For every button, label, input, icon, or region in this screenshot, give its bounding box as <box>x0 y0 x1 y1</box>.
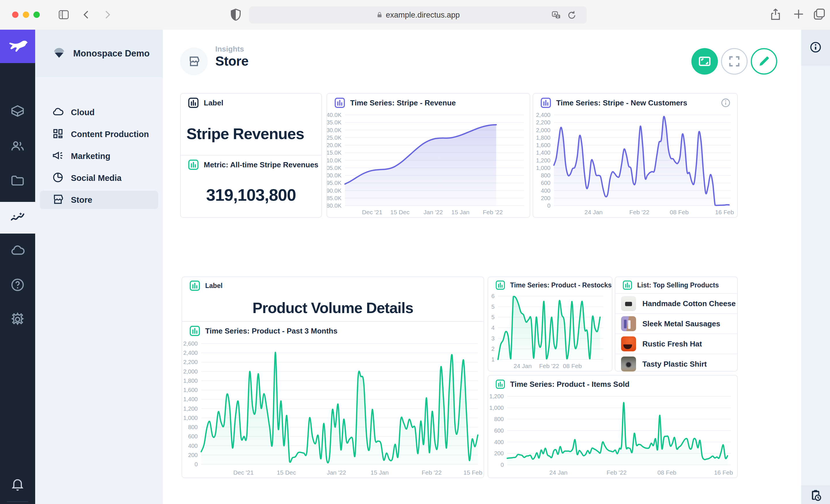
gear-icon <box>10 312 25 328</box>
new-tab-icon[interactable] <box>792 7 805 22</box>
module-insights-active[interactable] <box>0 202 35 234</box>
module-content[interactable] <box>0 98 35 127</box>
cloud-icon <box>10 242 25 259</box>
info-sidebar-button[interactable] <box>801 30 830 65</box>
module-users[interactable] <box>0 132 35 161</box>
svg-text:0: 0 <box>547 202 550 209</box>
label-text: Stripe Revenues <box>187 125 304 142</box>
address-bar[interactable]: example.directus.app A文 <box>249 6 587 24</box>
svg-text:文: 文 <box>556 15 560 19</box>
sidebar-item-social-media[interactable]: Social Media <box>40 169 158 187</box>
svg-text:600: 600 <box>494 427 504 434</box>
module-settings[interactable] <box>0 306 35 334</box>
share-icon[interactable] <box>769 7 782 23</box>
fullscreen-button[interactable] <box>721 48 747 75</box>
svg-text:1,800: 1,800 <box>183 377 198 384</box>
svg-text:600: 600 <box>188 433 198 439</box>
directus-logo[interactable] <box>0 30 35 63</box>
sidebar-item-marketing[interactable]: Marketing <box>40 147 158 165</box>
svg-text:Feb '22: Feb '22 <box>483 209 503 215</box>
svg-text:2,600: 2,600 <box>183 340 198 347</box>
svg-text:400: 400 <box>188 443 198 449</box>
svg-text:08 Feb: 08 Feb <box>670 209 689 215</box>
module-help[interactable] <box>0 271 35 300</box>
sidebar-item-cloud[interactable]: Cloud <box>40 103 158 122</box>
activity-log-button[interactable] <box>801 485 830 504</box>
svg-text:90.0K: 90.0K <box>327 188 342 194</box>
project-logo-icon <box>53 47 66 60</box>
insights-trend-icon <box>9 209 26 226</box>
product-past-3-months-chart: 2,6002,4002,2002,0001,8001,6001,4001,200… <box>182 340 484 477</box>
svg-text:1,000: 1,000 <box>489 405 504 411</box>
chart-panel-header: Time Series: Stripe - New Customers <box>533 94 737 112</box>
cloud-icon <box>52 106 64 119</box>
sidebar-item-content-production[interactable]: Content Production <box>40 125 158 143</box>
panel-info-icon[interactable] <box>721 98 731 110</box>
tab-overview-icon[interactable] <box>813 7 826 22</box>
module-files[interactable] <box>0 167 35 196</box>
panel-product-column: Label Product Volume Details Time Series… <box>182 276 484 478</box>
svg-text:100.0K: 100.0K <box>327 172 342 178</box>
sidebar-toggle-icon[interactable] <box>58 9 70 22</box>
svg-text:130.0K: 130.0K <box>327 127 342 133</box>
reload-icon[interactable] <box>567 10 577 23</box>
product-items-sold-chart: 1,2001,000800600400200024 JanFeb '2208 F… <box>488 393 737 477</box>
sidebar-item-store[interactable]: Store <box>40 191 158 209</box>
svg-text:1,000: 1,000 <box>183 415 198 421</box>
window-zoom-button[interactable] <box>33 11 40 18</box>
svg-text:15 Dec: 15 Dec <box>277 469 296 476</box>
module-bar <box>0 30 35 504</box>
stripe-revenue-chart: 140.0K135.0K130.0K125.0K120.0K115.0K110.… <box>327 112 530 217</box>
notifications-button[interactable] <box>0 470 35 499</box>
privacy-shield-icon[interactable] <box>229 7 243 23</box>
project-header[interactable]: Monospace Demo <box>35 30 163 77</box>
list-item[interactable]: Sleek Metal Sausages <box>615 313 737 334</box>
svg-text:2,400: 2,400 <box>183 349 198 356</box>
svg-text:Feb '22: Feb '22 <box>607 469 627 476</box>
application-window: example.directus.app A文 <box>0 0 830 504</box>
help-icon <box>10 277 25 294</box>
svg-text:24 Jan: 24 Jan <box>549 469 568 476</box>
edit-dashboard-button[interactable] <box>751 48 777 75</box>
svg-text:1,400: 1,400 <box>536 149 550 156</box>
svg-text:1,200: 1,200 <box>536 157 550 164</box>
svg-text:135.0K: 135.0K <box>327 119 342 126</box>
module-bar-divider <box>7 501 28 502</box>
svg-text:5: 5 <box>491 304 494 310</box>
window-close-button[interactable] <box>12 11 19 18</box>
folder-icon <box>10 173 25 189</box>
svg-text:120.0K: 120.0K <box>327 142 342 148</box>
svg-text:400: 400 <box>494 439 504 445</box>
window-minimize-button[interactable] <box>23 11 29 18</box>
label-text-wrap: Product Volume Details <box>182 294 484 321</box>
module-cloud[interactable] <box>0 236 35 265</box>
svg-text:08 Feb: 08 Feb <box>658 469 676 476</box>
chart-panel-icon <box>189 325 200 337</box>
svg-text:80.0K: 80.0K <box>327 202 342 209</box>
page-title: Store <box>215 53 248 69</box>
list-item[interactable]: Rustic Fresh Hat <box>615 334 737 354</box>
chart-panel-header: Time Series: Stripe - Revenue <box>327 94 530 112</box>
list-item[interactable]: Tasty Plastic Shirt <box>615 354 737 374</box>
product-restocks-chart: 655432124 JanFeb '2208 Feb <box>488 293 612 371</box>
slideshow-mode-button[interactable] <box>691 48 718 75</box>
presentation-icon <box>698 55 711 68</box>
svg-text:125.0K: 125.0K <box>327 134 342 141</box>
label-text: Product Volume Details <box>252 299 413 316</box>
breadcrumb[interactable]: Insights <box>215 45 244 54</box>
panel-stripe-revenue: Time Series: Stripe - Revenue 140.0K135.… <box>326 93 530 218</box>
svg-text:Feb '22: Feb '22 <box>539 363 559 369</box>
grid-icon <box>52 128 64 141</box>
svg-text:Jan '22: Jan '22 <box>327 469 346 476</box>
forward-button-icon[interactable] <box>101 9 113 22</box>
svg-text:08 Feb: 08 Feb <box>563 363 582 369</box>
list-item[interactable]: Handmade Cotton Cheese <box>615 293 737 313</box>
svg-text:16 Feb: 16 Feb <box>715 209 734 215</box>
back-button-icon[interactable] <box>81 9 93 22</box>
translate-icon[interactable]: A文 <box>551 10 562 23</box>
rabbit-logo-icon <box>7 38 29 55</box>
right-sidebar <box>801 30 830 504</box>
metric-value-wrap: 319,103,800 <box>181 174 321 216</box>
info-icon <box>809 41 822 54</box>
storefront-icon <box>188 55 200 68</box>
